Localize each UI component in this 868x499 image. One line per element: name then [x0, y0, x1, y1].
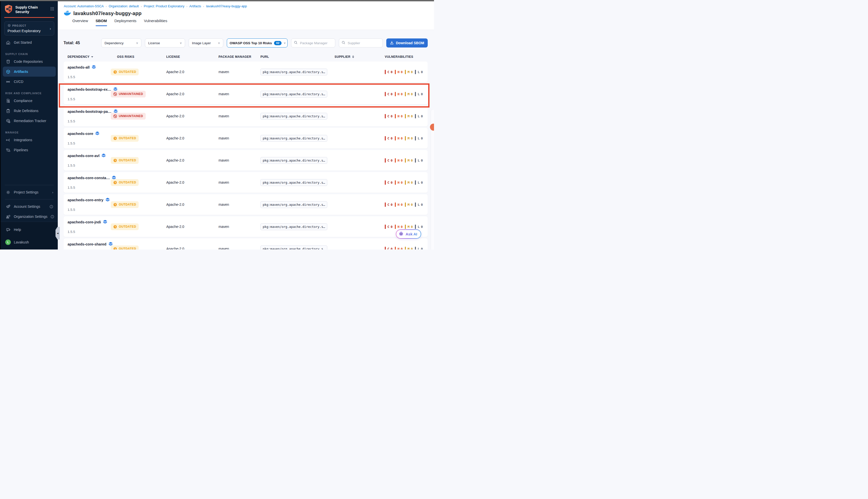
app-grid-icon[interactable] — [50, 4, 54, 12]
tab-sbom[interactable]: SBOM — [96, 19, 107, 26]
severity-bar — [405, 158, 406, 162]
sidebar-item-project-settings[interactable]: Project Settings› — [3, 187, 56, 197]
sidebar-item-organization-settings[interactable]: Organization Settings — [3, 211, 56, 222]
home-icon — [5, 40, 11, 45]
sidebar-item-user[interactable]: L Lavakush — [3, 238, 56, 247]
project-label: PROJECT — [12, 24, 26, 27]
table-row-apacheds-core-avl[interactable]: apacheds-core-avl 1.5.5 OUTDATED Apache-… — [64, 150, 428, 171]
dependency-version: 1.5.5 — [67, 163, 111, 167]
oss-risk-cell: OUTDATED — [111, 157, 166, 164]
breadcrumb-account[interactable]: Account: Automation-SSCA — [64, 4, 104, 8]
vulnerabilities-cell: C0H0M0L0 — [385, 114, 425, 118]
ask-ai-label: Ask AI — [406, 232, 417, 236]
sidebar-item-account-settings[interactable]: Account Settings — [3, 202, 56, 211]
integrations-icon — [5, 138, 11, 143]
dependency-cell: apacheds-core-consta… 1.5.5 — [67, 175, 111, 190]
tab-vulnerabilities[interactable]: Vulnerabilities — [144, 19, 167, 26]
sidebar-item-label: Account Settings — [14, 205, 40, 208]
dependency-version: 1.5.5 — [67, 119, 111, 123]
search-icon — [342, 41, 345, 46]
vulnerability-count-h: H0 — [395, 247, 402, 250]
table-row-apacheds-core[interactable]: apacheds-core 1.5.5 OUTDATED Apache-2.0 … — [64, 128, 428, 148]
vulnerability-count-m: M0 — [405, 224, 413, 229]
license-filter-dropdown[interactable]: License ∨ — [145, 38, 185, 48]
org-gear-icon — [5, 214, 11, 219]
code-repo-icon: </> — [5, 59, 11, 64]
purl-value[interactable]: pkg:maven/org.apache.directory.s… — [260, 245, 327, 250]
dependency-cell: apacheds-core-entry 1.5.5 — [67, 197, 111, 211]
breadcrumb-organization[interactable]: Organization: default — [109, 4, 139, 8]
project-selector[interactable]: PROJECT Product Exploratory › — [4, 21, 54, 35]
severity-bar — [395, 70, 396, 74]
purl-cell: pkg:maven/org.apache.directory.s… — [260, 202, 335, 207]
oss-risk-cell: OUTDATED — [111, 245, 166, 250]
vulnerability-count-m: M0 — [405, 136, 413, 141]
purl-value[interactable]: pkg:maven/org.apache.directory.s… — [260, 157, 327, 164]
tab-deployments[interactable]: Deployments — [114, 19, 137, 26]
purl-value[interactable]: pkg:maven/org.apache.directory.s… — [260, 201, 327, 208]
image-layer-filter-dropdown[interactable]: Image Layer ∨ — [189, 38, 223, 48]
table-row-apacheds-bootstrap-pa[interactable]: apacheds-bootstrap-pa… 1.5.5 UNMAINTAINE… — [64, 106, 428, 126]
table-row-apacheds-core-entry[interactable]: apacheds-core-entry 1.5.5 OUTDATED Apach… — [64, 194, 428, 215]
sidebar-item-remediation-tracker[interactable]: Remediation Tracker — [3, 116, 56, 126]
breadcrumb-project[interactable]: Project: Product Exploratory — [144, 4, 184, 8]
purl-value[interactable]: pkg:maven/org.apache.directory.s… — [260, 135, 327, 142]
severity-bar — [405, 114, 406, 118]
severity-bar — [405, 203, 406, 207]
severity-bar — [385, 114, 386, 118]
severity-bar — [395, 247, 396, 250]
table-row-apacheds-core-jndi[interactable]: apacheds-core-jndi 1.5.5 OUTDATED Apache… — [64, 216, 428, 237]
purl-cell: pkg:maven/org.apache.directory.s… — [260, 92, 335, 96]
purl-value[interactable]: pkg:maven/org.apache.directory.s… — [260, 69, 327, 75]
sidebar-item-code-repositories[interactable]: </>Code Repositories — [3, 57, 56, 66]
package-manager-search-input[interactable] — [299, 41, 333, 45]
oss-risk-badge: OUTDATED — [111, 223, 139, 230]
sidebar-item-help[interactable]: ? Help — [3, 225, 56, 234]
sidebar-item-pipelines[interactable]: Pipelines — [3, 145, 56, 155]
dependency-name: apacheds-core-avl — [67, 154, 99, 158]
purl-value[interactable]: pkg:maven/org.apache.directory.s… — [260, 113, 327, 120]
table-row-apacheds-core-shared[interactable]: apacheds-core-shared 1.5.5 OUTDATED Apac… — [64, 239, 428, 250]
clipboard-check-icon — [5, 109, 11, 113]
severity-bar — [405, 136, 406, 141]
prohibited-icon — [113, 92, 117, 96]
purl-value[interactable]: pkg:maven/org.apache.directory.s… — [260, 91, 327, 97]
purl-value[interactable]: pkg:maven/org.apache.directory.s… — [260, 179, 327, 186]
sidebar-item-compliance[interactable]: Compliance — [3, 96, 56, 106]
owasp-risks-filter-dropdown[interactable]: OWASP OSS Top 10 Risks 02 ∨ — [227, 38, 288, 48]
dependency-name: apacheds-core-consta… — [67, 176, 110, 180]
docker-icon — [64, 10, 71, 16]
download-icon — [390, 41, 394, 46]
download-sbom-button[interactable]: Download SBOM — [386, 38, 428, 48]
column-header-dependency[interactable]: DEPENDENCY — [67, 55, 111, 59]
table-row-apacheds-core-consta[interactable]: apacheds-core-consta… 1.5.5 OUTDATED Apa… — [64, 172, 428, 193]
vulnerability-count-c: C0 — [385, 70, 393, 74]
table-row-apacheds-bootstrap-ex[interactable]: apacheds-bootstrap-ex… 1.5.5 UNMAINTAINE… — [64, 84, 428, 104]
severity-bar — [415, 158, 416, 162]
project-name: Product Exploratory — [8, 29, 50, 33]
table-row-apacheds-all[interactable]: apacheds-all 1.5.5 OUTDATED Apache-2.0 m… — [64, 62, 428, 82]
breadcrumb-separator: › — [106, 5, 107, 8]
sidebar-item-ci-cd[interactable]: CI/CD — [3, 77, 56, 87]
vulnerability-count-h: H0 — [395, 136, 402, 141]
ask-ai-button[interactable]: Ask AI — [396, 229, 421, 239]
breadcrumb-artifacts[interactable]: Artifacts — [189, 4, 201, 8]
avatar: L — [5, 240, 11, 245]
dependency-filter-dropdown[interactable]: Dependency ∨ — [101, 38, 141, 48]
vulnerability-count-h: H0 — [395, 158, 402, 162]
sidebar-item-rule-definitions[interactable]: Rule Definitions — [3, 106, 56, 116]
vulnerability-count-h: H0 — [395, 203, 402, 207]
tab-overview[interactable]: Overview — [72, 19, 88, 26]
package-manager-cell: maven — [219, 224, 260, 229]
vulnerability-count-c: C0 — [385, 224, 393, 229]
column-header-supplier[interactable]: SUPPLIER — [335, 55, 385, 59]
breadcrumb-current[interactable]: lavakush07/easy-buggy-app — [206, 4, 247, 8]
sidebar-item-get-started[interactable]: Get Started — [3, 37, 56, 48]
sidebar-item-artifacts[interactable]: Artifacts — [3, 66, 56, 77]
sidebar-item-integrations[interactable]: Integrations — [3, 135, 56, 145]
supplier-search-input[interactable] — [347, 41, 380, 45]
prohibited-icon — [113, 114, 117, 118]
purl-value[interactable]: pkg:maven/org.apache.directory.s… — [260, 223, 327, 230]
svg-text:</>: </> — [7, 61, 9, 63]
sidebar-item-label: Pipelines — [14, 148, 28, 152]
